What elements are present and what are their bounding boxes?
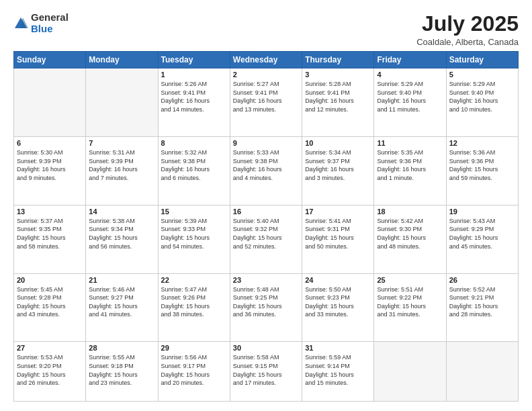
- day-number: 8: [161, 139, 227, 147]
- calendar-cell: 23Sunrise: 5:48 AM Sunset: 9:25 PM Dayli…: [230, 273, 302, 342]
- day-info: Sunrise: 5:55 AM Sunset: 9:18 PM Dayligh…: [89, 353, 154, 387]
- calendar-cell: 4Sunrise: 5:29 AM Sunset: 9:40 PM Daylig…: [374, 68, 446, 137]
- day-info: Sunrise: 5:29 AM Sunset: 9:40 PM Dayligh…: [377, 80, 443, 113]
- day-number: 30: [233, 344, 299, 352]
- calendar-cell: 3Sunrise: 5:28 AM Sunset: 9:41 PM Daylig…: [302, 68, 374, 137]
- day-info: Sunrise: 5:30 AM Sunset: 9:39 PM Dayligh…: [17, 148, 83, 182]
- calendar-cell: 15Sunrise: 5:39 AM Sunset: 9:33 PM Dayli…: [158, 205, 230, 273]
- day-number: 24: [305, 276, 371, 284]
- day-number: 12: [449, 139, 515, 147]
- day-info: Sunrise: 5:37 AM Sunset: 9:35 PM Dayligh…: [17, 217, 83, 250]
- calendar-cell: [446, 342, 518, 402]
- day-number: 5: [449, 71, 515, 79]
- day-info: Sunrise: 5:53 AM Sunset: 9:20 PM Dayligh…: [17, 353, 83, 387]
- calendar-cell: 31Sunrise: 5:59 AM Sunset: 9:14 PM Dayli…: [302, 342, 374, 402]
- day-number: 23: [233, 276, 299, 284]
- logo-general-text: General: [31, 11, 69, 23]
- day-number: 21: [89, 276, 154, 284]
- day-info: Sunrise: 5:48 AM Sunset: 9:25 PM Dayligh…: [233, 285, 299, 319]
- logo-blue-text: Blue: [31, 23, 53, 34]
- day-info: Sunrise: 5:26 AM Sunset: 9:41 PM Dayligh…: [161, 80, 227, 113]
- calendar-cell: 27Sunrise: 5:53 AM Sunset: 9:20 PM Dayli…: [14, 342, 86, 402]
- day-info: Sunrise: 5:59 AM Sunset: 9:14 PM Dayligh…: [305, 353, 371, 387]
- calendar-cell: 17Sunrise: 5:41 AM Sunset: 9:31 PM Dayli…: [302, 205, 374, 273]
- day-info: Sunrise: 5:32 AM Sunset: 9:38 PM Dayligh…: [161, 148, 227, 182]
- day-number: 26: [449, 276, 515, 284]
- day-number: 1: [161, 71, 227, 79]
- col-saturday: Saturday: [446, 52, 518, 68]
- day-info: Sunrise: 5:36 AM Sunset: 9:36 PM Dayligh…: [449, 148, 515, 182]
- day-number: 3: [305, 71, 371, 79]
- day-number: 10: [305, 139, 371, 147]
- page: General Blue July 2025 Coaldale, Alberta…: [0, 0, 532, 411]
- day-info: Sunrise: 5:56 AM Sunset: 9:17 PM Dayligh…: [161, 353, 227, 387]
- calendar-cell: 18Sunrise: 5:42 AM Sunset: 9:30 PM Dayli…: [374, 205, 446, 273]
- day-number: 15: [161, 208, 227, 216]
- calendar-cell: [14, 68, 86, 137]
- calendar-cell: 11Sunrise: 5:35 AM Sunset: 9:36 PM Dayli…: [374, 136, 446, 205]
- calendar-cell: 24Sunrise: 5:50 AM Sunset: 9:23 PM Dayli…: [302, 273, 374, 342]
- day-number: 14: [89, 208, 154, 216]
- calendar-cell: 28Sunrise: 5:55 AM Sunset: 9:18 PM Dayli…: [86, 342, 158, 402]
- day-info: Sunrise: 5:46 AM Sunset: 9:27 PM Dayligh…: [89, 285, 154, 319]
- day-info: Sunrise: 5:35 AM Sunset: 9:36 PM Dayligh…: [377, 148, 443, 182]
- calendar-cell: 19Sunrise: 5:43 AM Sunset: 9:29 PM Dayli…: [446, 205, 518, 273]
- day-info: Sunrise: 5:50 AM Sunset: 9:23 PM Dayligh…: [305, 285, 371, 319]
- calendar-cell: 25Sunrise: 5:51 AM Sunset: 9:22 PM Dayli…: [374, 273, 446, 342]
- calendar-cell: 5Sunrise: 5:29 AM Sunset: 9:40 PM Daylig…: [446, 68, 518, 137]
- day-info: Sunrise: 5:41 AM Sunset: 9:31 PM Dayligh…: [305, 217, 371, 250]
- calendar-cell: 14Sunrise: 5:38 AM Sunset: 9:34 PM Dayli…: [86, 205, 158, 273]
- calendar-cell: 1Sunrise: 5:26 AM Sunset: 9:41 PM Daylig…: [158, 68, 230, 137]
- day-number: 27: [17, 344, 83, 352]
- calendar-cell: 6Sunrise: 5:30 AM Sunset: 9:39 PM Daylig…: [14, 136, 86, 205]
- day-info: Sunrise: 5:33 AM Sunset: 9:38 PM Dayligh…: [233, 148, 299, 182]
- day-number: 7: [89, 139, 154, 147]
- day-info: Sunrise: 5:40 AM Sunset: 9:32 PM Dayligh…: [233, 217, 299, 250]
- day-number: 31: [305, 344, 371, 352]
- day-number: 25: [377, 276, 443, 284]
- month-title: July 2025: [416, 12, 519, 36]
- col-friday: Friday: [374, 52, 446, 68]
- title-block: July 2025 Coaldale, Alberta, Canada: [416, 12, 519, 47]
- calendar-cell: 30Sunrise: 5:58 AM Sunset: 9:15 PM Dayli…: [230, 342, 302, 402]
- day-info: Sunrise: 5:45 AM Sunset: 9:28 PM Dayligh…: [17, 285, 83, 319]
- day-info: Sunrise: 5:39 AM Sunset: 9:33 PM Dayligh…: [161, 217, 227, 250]
- header: General Blue July 2025 Coaldale, Alberta…: [13, 12, 519, 47]
- day-number: 29: [161, 344, 227, 352]
- calendar-cell: 8Sunrise: 5:32 AM Sunset: 9:38 PM Daylig…: [158, 136, 230, 205]
- day-number: 6: [17, 139, 83, 147]
- calendar-cell: 29Sunrise: 5:56 AM Sunset: 9:17 PM Dayli…: [158, 342, 230, 402]
- day-number: 22: [161, 276, 227, 284]
- day-info: Sunrise: 5:29 AM Sunset: 9:40 PM Dayligh…: [449, 80, 515, 113]
- day-number: 18: [377, 208, 443, 216]
- day-info: Sunrise: 5:52 AM Sunset: 9:21 PM Dayligh…: [449, 285, 515, 319]
- day-info: Sunrise: 5:27 AM Sunset: 9:41 PM Dayligh…: [233, 80, 299, 113]
- day-number: 16: [233, 208, 299, 216]
- day-number: 20: [17, 276, 83, 284]
- day-number: 19: [449, 208, 515, 216]
- col-monday: Monday: [86, 52, 158, 68]
- day-info: Sunrise: 5:31 AM Sunset: 9:39 PM Dayligh…: [89, 148, 154, 182]
- day-number: 28: [89, 344, 154, 352]
- logo-icon: [13, 16, 28, 31]
- day-number: 17: [305, 208, 371, 216]
- calendar-cell: 12Sunrise: 5:36 AM Sunset: 9:36 PM Dayli…: [446, 136, 518, 205]
- day-info: Sunrise: 5:47 AM Sunset: 9:26 PM Dayligh…: [161, 285, 227, 319]
- logo-text: General Blue: [31, 12, 69, 34]
- day-number: 9: [233, 139, 299, 147]
- day-info: Sunrise: 5:42 AM Sunset: 9:30 PM Dayligh…: [377, 217, 443, 250]
- day-info: Sunrise: 5:38 AM Sunset: 9:34 PM Dayligh…: [89, 217, 154, 250]
- day-info: Sunrise: 5:58 AM Sunset: 9:15 PM Dayligh…: [233, 353, 299, 387]
- day-info: Sunrise: 5:51 AM Sunset: 9:22 PM Dayligh…: [377, 285, 443, 319]
- day-number: 11: [377, 139, 443, 147]
- day-info: Sunrise: 5:34 AM Sunset: 9:37 PM Dayligh…: [305, 148, 371, 182]
- col-tuesday: Tuesday: [158, 52, 230, 68]
- calendar-cell: [86, 68, 158, 137]
- calendar-header-row: Sunday Monday Tuesday Wednesday Thursday…: [14, 52, 519, 68]
- logo: General Blue: [13, 12, 69, 34]
- calendar-cell: [374, 342, 446, 402]
- calendar-table: Sunday Monday Tuesday Wednesday Thursday…: [13, 51, 519, 402]
- col-sunday: Sunday: [14, 52, 86, 68]
- calendar-cell: 20Sunrise: 5:45 AM Sunset: 9:28 PM Dayli…: [14, 273, 86, 342]
- calendar-cell: 21Sunrise: 5:46 AM Sunset: 9:27 PM Dayli…: [86, 273, 158, 342]
